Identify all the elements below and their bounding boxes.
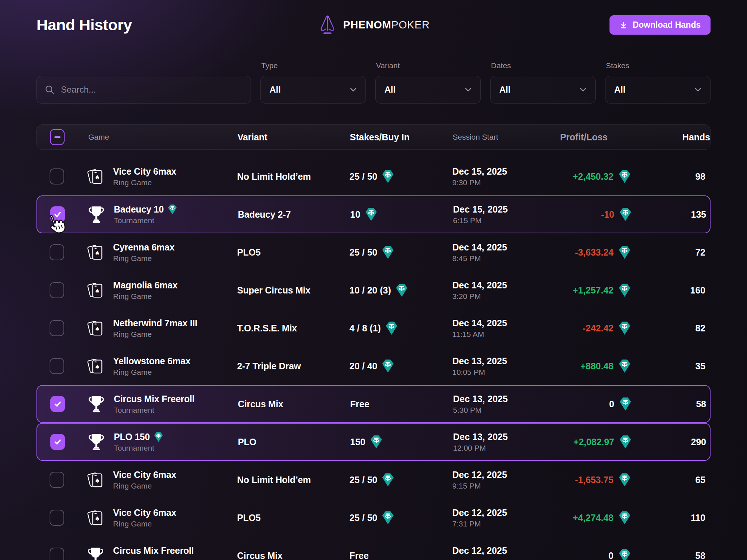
type-dropdown[interactable]: All [260,76,366,104]
currency-chip-icon [396,283,408,297]
row-checkbox[interactable] [50,244,64,260]
game-name: Circus Mix Freeroll [114,394,194,404]
stakes-value: 25 / 50 [349,247,377,258]
top-bar: Hand History PHENOMPOKER [36,15,711,35]
session-time: 9:15 PM [452,481,560,491]
game-type-label: Ring Game [113,367,190,377]
table-row[interactable]: ♠ Netherwind 7max III Ring Game T.O.R.S.… [36,309,711,347]
filter-label-stakes: Stakes [605,61,711,70]
row-checkbox[interactable] [50,282,64,298]
variant-value: 2-7 Triple Draw [237,361,347,372]
chevron-down-icon [694,88,701,92]
variant-value: Super Circus Mix [237,285,347,296]
table-row[interactable]: ♠ Cyrenna 6max Ring Game PLO5 25 / 50 De… [36,233,711,271]
table-row[interactable]: PLO 150 Tournament PLO 150 Dec 13, 2025 … [36,423,711,461]
currency-chip-icon [619,283,631,297]
check-icon [54,438,62,446]
currency-chip-icon [386,321,398,335]
currency-chip-icon [619,435,631,449]
currency-chip-icon [619,473,631,487]
hands-count: 35 [651,361,711,372]
profit-loss-value: +1,257.42 [573,285,614,296]
game-type-label: Ring Game [113,519,176,529]
game-type-label: Ring Game [113,329,197,339]
game-type-label: Ring Game [113,291,178,302]
cards-icon: ♠ [87,357,104,375]
profit-loss-value: -10 [601,209,614,220]
cards-icon: ♠ [87,244,104,261]
table-row[interactable]: ♠ Magnolia 6max Ring Game Super Circus M… [36,271,711,309]
currency-chip-icon [619,207,631,221]
dates-dropdown[interactable]: All [490,76,596,104]
table-row[interactable]: ♠ Yellowstone 6max Ring Game 2-7 Triple … [36,347,711,385]
row-checkbox[interactable] [50,510,64,526]
profit-loss-value: +2,450.32 [573,171,614,182]
hands-count: 72 [651,247,711,258]
column-header-profit-loss: Profit/Loss [560,132,651,143]
row-checkbox[interactable] [50,396,65,412]
column-header-hands: Hands [651,132,711,143]
table-row[interactable]: Badeucy 10 Tournament Badeucy 2-7 10 Dec… [36,195,711,233]
phenom-logo-icon [317,14,338,35]
stakes-value: Free [350,399,369,409]
search-input[interactable] [36,76,251,104]
row-checkbox[interactable] [50,168,64,184]
svg-text:♠: ♠ [94,363,100,370]
row-checkbox[interactable] [50,206,65,222]
stakes-value: 10 [350,209,360,220]
table-row[interactable]: ♠ Vice City 6max Ring Game No Limit Hold… [36,158,711,195]
hands-count: 82 [651,323,711,334]
profit-loss-value: +2,082.97 [573,437,614,447]
filter-label-dates: Dates [490,61,596,70]
game-name: Netherwind 7max III [113,318,197,328]
currency-chip-icon [619,359,631,373]
game-name: Magnolia 6max [113,280,178,291]
game-name: Circus Mix Freeroll [113,545,194,556]
column-header-variant: Variant [237,132,347,143]
row-checkbox[interactable] [50,358,64,374]
row-checkbox[interactable] [50,472,64,488]
game-type-label: Tournament [114,215,177,226]
download-icon [619,21,628,29]
variant-dropdown[interactable]: All [375,76,481,104]
row-checkbox[interactable] [50,320,64,336]
game-name: Vice City 6max [113,508,176,518]
table-row[interactable]: Circus Mix Freeroll Circus Mix Free Dec … [36,537,711,560]
hands-count: 290 [652,437,711,447]
profit-loss-value: -242.42 [582,323,614,334]
profit-loss-value: -3,633.24 [575,247,614,258]
svg-text:♠: ♠ [94,326,100,332]
row-checkbox[interactable] [50,548,64,560]
currency-chip-icon [382,245,394,259]
hands-count: 98 [651,171,711,182]
table-row[interactable]: Circus Mix Freeroll Tournament Circus Mi… [36,385,711,423]
profit-loss-value: +880.48 [580,361,614,372]
trophy-icon [88,433,105,451]
filter-label-variant: Variant [375,61,481,70]
stakes-dropdown[interactable]: All [605,76,711,104]
cards-icon: ♠ [87,509,104,526]
hands-count: 110 [651,513,711,523]
column-header-session: Session Start [451,133,560,141]
session-time: 6:15 PM [453,215,561,226]
game-name: Vice City 6max [113,470,176,480]
game-name: Cyrenna 6max [113,242,175,253]
session-date: Dec 12, 2025 [452,468,560,481]
session-date: Dec 13, 2025 [453,431,561,443]
select-all-checkbox[interactable] [50,129,65,145]
brand-logo-group: PHENOMPOKER [317,14,430,35]
variant-value: PLO5 [237,513,347,523]
row-checkbox[interactable] [50,434,65,450]
table-row[interactable]: ♠ Vice City 6max Ring Game No Limit Hold… [36,461,711,499]
svg-text:♠: ♠ [94,250,100,257]
session-date: Dec 14, 2025 [452,279,560,291]
hand-history-page: Hand History PHENOMPOKER [0,0,747,560]
table-header: Game Variant Stakes/Buy In Session Start… [36,124,711,150]
download-hands-button[interactable]: Download Hands [609,15,711,35]
stakes-value: 25 / 50 [349,513,377,523]
session-date: Dec 15, 2025 [453,203,561,215]
currency-chip-icon [168,204,177,215]
game-name: Badeucy 10 [114,204,164,215]
table-row[interactable]: ♠ Vice City 6max Ring Game PLO5 25 / 50 … [36,499,711,537]
variant-value: Circus Mix [238,399,347,409]
